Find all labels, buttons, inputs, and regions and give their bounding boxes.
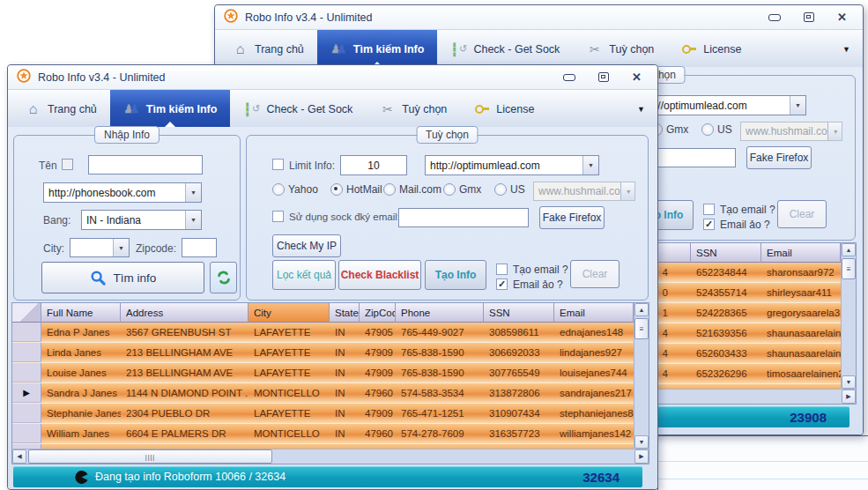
status-text: Đang tạo info Roboform 10066 / 32634 (95, 471, 286, 483)
filter-results-button[interactable]: Lọc kết quả (272, 260, 336, 290)
limit-info-input[interactable] (340, 155, 407, 175)
column-header[interactable]: SSN (691, 243, 761, 263)
radio-circle[interactable] (701, 123, 714, 136)
state-select[interactable]: IN - Indiana ▼ (81, 210, 202, 230)
chevron-down-icon[interactable]: ▼ (790, 96, 805, 115)
tab[interactable]: License (460, 90, 547, 128)
clear-button[interactable]: Clear (777, 200, 827, 228)
zipcode-input[interactable] (182, 238, 217, 257)
cell-email: shirleysaar411 (761, 283, 841, 302)
scroll-down-icon[interactable]: ▼ (634, 435, 649, 449)
column-header[interactable]: Email (554, 303, 634, 323)
tab-overflow-icon[interactable]: ▼ (842, 45, 850, 54)
row-selector-cell[interactable] (12, 404, 41, 423)
create-email-checkbox[interactable] (703, 204, 715, 215)
fake-firefox-button[interactable]: Fake Firefox (746, 146, 812, 169)
lead-site-select[interactable]: http://optimumlead.com ▼ (425, 155, 599, 175)
tab[interactable]: Trang chủ (11, 90, 110, 128)
column-header[interactable]: Phone (396, 303, 484, 323)
vertical-scrollbar[interactable]: ▲ ≡ ▼ (634, 303, 649, 449)
radio-option[interactable]: Gmx (443, 183, 481, 196)
tab[interactable]: Tuỳ chọn (366, 90, 460, 128)
tab[interactable]: Trang chủ (219, 30, 317, 68)
tab[interactable]: Tìm kiếm Info (110, 90, 231, 128)
close-icon[interactable]: ✕ (837, 11, 847, 24)
chevron-down-icon[interactable]: ▼ (185, 183, 201, 202)
phonebook-site-select[interactable]: http://phonesbook.com ▼ (43, 182, 202, 203)
virtual-email-checkbox[interactable]: ✓ (496, 278, 508, 290)
city-select[interactable]: ▼ (70, 238, 130, 257)
column-header[interactable]: City (249, 303, 330, 323)
scroll-right-icon[interactable]: ▶ (842, 390, 856, 404)
table-row[interactable]: ▶ Sandra J Janes 1144 N DIAMOND POINT ..… (12, 383, 634, 404)
vertical-scroll-thumb[interactable]: ≡ (634, 318, 649, 339)
radio-option[interactable]: HotMail (330, 183, 382, 196)
close-icon[interactable]: ✕ (632, 71, 642, 84)
name-checkbox[interactable] (62, 159, 73, 170)
scroll-down-icon[interactable]: ▼ (842, 375, 856, 389)
horizontal-scroll-thumb[interactable]: |||| (28, 449, 272, 464)
scroll-up-icon[interactable]: ▲ (842, 243, 856, 256)
minimize-button[interactable] (768, 14, 781, 21)
tab[interactable]: Tìm kiếm Info (317, 30, 438, 68)
table-row[interactable]: Stephanie Janes 2304 PUEBLO DR LAFAYETTE… (12, 404, 634, 424)
row-selector-cell[interactable]: ▶ (12, 383, 41, 403)
radio-option[interactable]: US (494, 183, 525, 196)
radio-circle[interactable] (330, 183, 343, 196)
chevron-down-icon[interactable]: ▼ (113, 239, 129, 256)
row-selector-cell[interactable] (12, 363, 41, 382)
tab[interactable]: Tuỳ chọn (573, 30, 667, 68)
vertical-scroll-thumb[interactable]: ≡ (842, 258, 856, 279)
clear-button[interactable]: Clear (570, 260, 619, 288)
limit-info-checkbox[interactable] (272, 159, 284, 170)
table-row[interactable]: William Janes 6604 E PALMERS DR MONTICEL… (12, 424, 634, 444)
vertical-scrollbar[interactable]: ▲ ≡ ▼ (841, 243, 856, 389)
check-blacklist-button[interactable]: Check Blacklist (338, 260, 421, 290)
row-selector-cell[interactable] (12, 424, 41, 443)
table-row[interactable]: Edna P Janes 3567 GREENBUSH ST LAFAYETTE… (12, 323, 634, 343)
column-header[interactable]: Address (121, 303, 249, 323)
column-header[interactable]: Email (761, 243, 841, 263)
titlebar[interactable]: Robo Info v3.4 - Unlimited ✕ (8, 65, 657, 90)
row-selector-cell[interactable] (12, 343, 41, 362)
minimize-button[interactable] (563, 74, 575, 81)
radio-option[interactable]: Yahoo (272, 183, 318, 196)
tab[interactable]: Check - Get Sock (437, 30, 573, 68)
column-header[interactable]: Full Name (41, 303, 121, 323)
column-header[interactable]: ZipCod (360, 303, 396, 323)
check-my-ip-button[interactable]: Check My IP (272, 234, 341, 257)
table-row[interactable]: Linda Janes 213 BELLINGHAM AVE LAFAYETTE… (12, 343, 634, 363)
radio-circle[interactable] (443, 183, 456, 196)
fake-firefox-button[interactable]: Fake Firefox (539, 206, 605, 229)
maximize-button[interactable] (598, 72, 609, 82)
scroll-right-icon[interactable]: ▶ (634, 449, 649, 464)
radio-circle[interactable] (383, 183, 396, 196)
tab[interactable]: Check - Get Sock (230, 90, 366, 128)
scroll-up-icon[interactable]: ▲ (634, 303, 649, 316)
column-header[interactable]: State. (330, 303, 360, 323)
create-email-checkbox[interactable] (496, 264, 508, 275)
radio-option[interactable]: Mail.com (383, 183, 441, 196)
refresh-button[interactable] (210, 262, 237, 293)
search-info-button[interactable]: Tìm info (41, 262, 204, 293)
radio-option[interactable]: US (701, 123, 732, 136)
column-header[interactable] (12, 303, 41, 323)
name-input[interactable] (88, 155, 203, 174)
column-header[interactable]: SSN (484, 303, 554, 323)
tab[interactable]: License (667, 30, 754, 68)
radio-circle[interactable] (494, 183, 507, 196)
row-selector-cell[interactable] (12, 323, 41, 342)
chevron-down-icon[interactable]: ▼ (185, 211, 201, 229)
tab-overflow-icon[interactable]: ▼ (637, 105, 645, 114)
table-row[interactable]: Louise Janes 213 BELLINGHAM AVE LAFAYETT… (12, 363, 634, 383)
maximize-button[interactable] (804, 12, 814, 22)
horizontal-scrollbar[interactable]: ◀ |||| ▶ (12, 449, 649, 464)
scroll-left-icon[interactable]: ◀ (12, 449, 26, 464)
sock-email-input[interactable] (398, 208, 529, 227)
virtual-email-checkbox[interactable]: ✓ (703, 219, 715, 230)
chevron-down-icon[interactable]: ▼ (582, 156, 598, 174)
titlebar[interactable]: Robo Info v3.4 - Unlimited ✕ (215, 5, 863, 30)
radio-circle[interactable] (272, 183, 285, 196)
use-sock-checkbox[interactable] (272, 211, 284, 222)
create-info-button[interactable]: Tạo Info (425, 260, 486, 290)
